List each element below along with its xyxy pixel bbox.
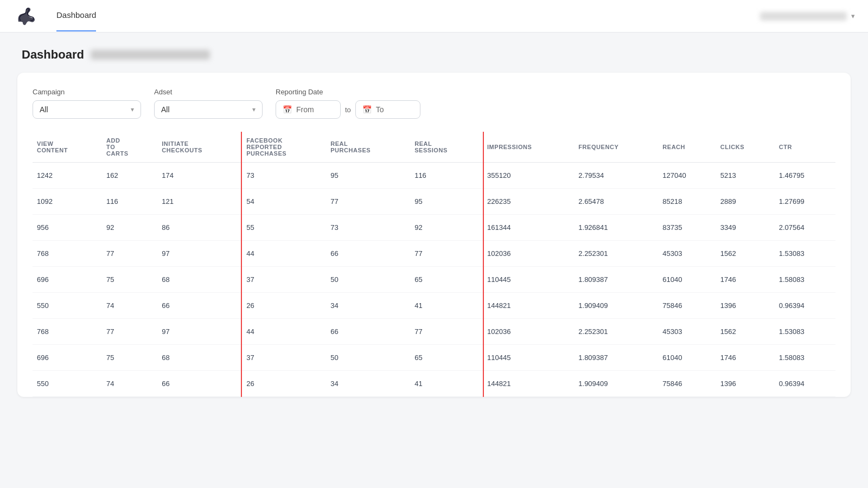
cell-reach-7: 61040: [658, 345, 716, 371]
user-info-blurred: [760, 12, 847, 21]
th-real_sessions: REALSESSIONS: [410, 132, 483, 163]
cell-frequency-0: 2.79534: [574, 163, 658, 189]
cell-real_purchases-0: 95: [326, 163, 410, 189]
cell-real_purchases-5: 34: [326, 293, 410, 319]
cell-ctr-1: 1.27699: [775, 189, 835, 215]
cell-add_to_carts-0: 162: [102, 163, 157, 189]
adset-select[interactable]: All ▾: [154, 100, 263, 119]
filters-row: Campaign All ▾ Adset All ▾ Reporting Dat…: [33, 88, 835, 119]
cell-clicks-6: 1562: [716, 319, 775, 345]
calendar-from-icon: 📅: [283, 105, 292, 114]
th-view_content: VIEWCONTENT: [33, 132, 102, 163]
cell-frequency-6: 2.252301: [574, 319, 658, 345]
cell-add_to_carts-4: 75: [102, 267, 157, 293]
date-to-input[interactable]: 📅 To: [355, 100, 420, 119]
cell-frequency-3: 2.252301: [574, 241, 658, 267]
cell-ctr-7: 1.58083: [775, 345, 835, 371]
cell-clicks-3: 1562: [716, 241, 775, 267]
page-header: Dashboard: [0, 33, 868, 73]
cell-fb_reported_purchases-2: 55: [242, 215, 326, 241]
cell-impressions-7: 110445: [483, 345, 574, 371]
cell-reach-2: 83735: [658, 215, 716, 241]
main-card: Campaign All ▾ Adset All ▾ Reporting Dat…: [17, 73, 851, 397]
campaign-select[interactable]: All ▾: [33, 100, 141, 119]
cell-impressions-4: 110445: [483, 267, 574, 293]
adset-value: All: [161, 105, 170, 114]
cell-view_content-3: 768: [33, 241, 102, 267]
logo: [13, 7, 39, 26]
cell-fb_reported_purchases-5: 26: [242, 293, 326, 319]
cell-view_content-6: 768: [33, 319, 102, 345]
cell-view_content-4: 696: [33, 267, 102, 293]
cell-impressions-8: 144821: [483, 371, 574, 397]
nav-right: ▾: [760, 12, 855, 21]
table-row: 10921161215477952262352.654788521828891.…: [33, 189, 835, 215]
cell-initiate_checkouts-6: 97: [157, 319, 242, 345]
campaign-value: All: [40, 105, 48, 114]
cell-frequency-8: 1.909409: [574, 371, 658, 397]
cell-fb_reported_purchases-8: 26: [242, 371, 326, 397]
th-frequency: FREQUENCY: [574, 132, 658, 163]
cell-view_content-7: 696: [33, 345, 102, 371]
th-initiate_checkouts: INITIATECHECKOUTS: [157, 132, 242, 163]
cell-view_content-2: 956: [33, 215, 102, 241]
cell-reach-4: 61040: [658, 267, 716, 293]
page-title: Dashboard: [22, 48, 84, 62]
cell-ctr-4: 1.58083: [775, 267, 835, 293]
date-from-placeholder: From: [296, 105, 314, 114]
nav-item-dashboard[interactable]: Dashboard: [56, 10, 96, 22]
cell-reach-3: 45303: [658, 241, 716, 267]
cell-initiate_checkouts-7: 68: [157, 345, 242, 371]
th-clicks: CLICKS: [716, 132, 775, 163]
cell-clicks-1: 2889: [716, 189, 775, 215]
cell-impressions-6: 102036: [483, 319, 574, 345]
cell-initiate_checkouts-1: 121: [157, 189, 242, 215]
cell-real_sessions-3: 77: [410, 241, 483, 267]
th-reach: REACH: [658, 132, 716, 163]
reporting-date-label: Reporting Date: [276, 88, 420, 96]
cell-fb_reported_purchases-7: 37: [242, 345, 326, 371]
nav-dropdown-icon[interactable]: ▾: [851, 12, 855, 20]
cell-real_purchases-8: 34: [326, 371, 410, 397]
campaign-chevron-icon: ▾: [131, 106, 134, 113]
date-separator: to: [345, 106, 351, 114]
th-impressions: IMPRESSIONS: [483, 132, 574, 163]
cell-frequency-7: 1.809387: [574, 345, 658, 371]
cell-real_purchases-7: 50: [326, 345, 410, 371]
cell-real_sessions-2: 92: [410, 215, 483, 241]
cell-add_to_carts-1: 116: [102, 189, 157, 215]
nav-left: Dashboard: [13, 7, 96, 26]
date-from-input[interactable]: 📅 From: [276, 100, 341, 119]
cell-impressions-5: 144821: [483, 293, 574, 319]
cell-fb_reported_purchases-6: 44: [242, 319, 326, 345]
cell-add_to_carts-2: 92: [102, 215, 157, 241]
cell-real_purchases-2: 73: [326, 215, 410, 241]
cell-ctr-3: 1.53083: [775, 241, 835, 267]
th-add_to_carts: ADDTOCARTS: [102, 132, 157, 163]
table-body: 124216217473951163551202.795341270405213…: [33, 163, 835, 397]
cell-clicks-8: 1396: [716, 371, 775, 397]
cell-reach-6: 45303: [658, 319, 716, 345]
cell-impressions-0: 355120: [483, 163, 574, 189]
cell-initiate_checkouts-8: 66: [157, 371, 242, 397]
adset-filter: Adset All ▾: [154, 88, 263, 119]
reporting-date-filter: Reporting Date 📅 From to 📅 To: [276, 88, 420, 119]
cell-impressions-2: 161344: [483, 215, 574, 241]
cell-add_to_carts-7: 75: [102, 345, 157, 371]
cell-clicks-2: 3349: [716, 215, 775, 241]
cell-ctr-5: 0.96394: [775, 293, 835, 319]
th-fb_reported_purchases: FACEBOOKREPORTEDPURCHASES: [242, 132, 326, 163]
cell-real_sessions-6: 77: [410, 319, 483, 345]
table-row: 55074662634411448211.9094097584613960.96…: [33, 293, 835, 319]
table-row: 76877974466771020362.2523014530315621.53…: [33, 241, 835, 267]
table-row: 69675683750651104451.8093876104017461.58…: [33, 267, 835, 293]
calendar-to-icon: 📅: [362, 105, 372, 114]
adset-label: Adset: [154, 88, 263, 96]
cell-ctr-8: 0.96394: [775, 371, 835, 397]
cell-real_purchases-4: 50: [326, 267, 410, 293]
campaign-filter: Campaign All ▾: [33, 88, 141, 119]
cell-reach-5: 75846: [658, 293, 716, 319]
table-row: 95692865573921613441.9268418373533492.07…: [33, 215, 835, 241]
cell-frequency-4: 1.809387: [574, 267, 658, 293]
cell-initiate_checkouts-2: 86: [157, 215, 242, 241]
